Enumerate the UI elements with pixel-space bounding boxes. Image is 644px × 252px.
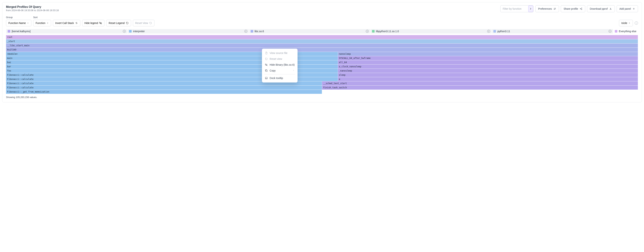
flame-graph: root_start__libc_start_main0x27249<modul…	[6, 35, 638, 94]
legend-label: python3.11	[498, 30, 607, 33]
plus-icon	[632, 7, 635, 10]
footer-text: Showing 105,263,156 values.	[6, 96, 638, 98]
legend-label: libc.so.6	[255, 30, 364, 33]
legend-row: [kernel.kallsyms]✕interpreter✕libc.so.6✕…	[6, 29, 638, 34]
legend-swatch	[372, 30, 374, 33]
close-icon[interactable]: ✕	[244, 30, 247, 33]
controls-left: Group Function Name Sort Function Invert…	[6, 16, 154, 26]
profile-panel: Merged Profiles Of Query from 2024-06-06…	[2, 2, 642, 102]
menu-view-source[interactable]: View source file	[262, 50, 298, 56]
flame-cell[interactable]: sleep	[338, 73, 638, 77]
title-block: Merged Profiles Of Query from 2024-06-06…	[6, 5, 59, 12]
menu-divider	[264, 74, 295, 74]
page-subtitle: from 2024-06-06 19:33:06 to 2024-06-06 1…	[6, 9, 59, 12]
eye-off-icon	[265, 63, 268, 66]
dock-icon	[265, 77, 268, 80]
flame-row: root	[6, 35, 638, 39]
sort-select[interactable]: Function	[33, 20, 51, 26]
view-type-select[interactable]: Icicle	[619, 20, 633, 26]
invert-call-stack-button[interactable]: Invert Call Stack	[53, 20, 80, 26]
swap-icon	[75, 22, 78, 25]
legend-item[interactable]: libpython3.11.so.1.0✕	[370, 29, 492, 34]
toolbar-right: Preferences Share profile Download pprof…	[500, 5, 638, 12]
close-icon[interactable]: ✕	[608, 30, 612, 33]
menu-copy[interactable]: Copy	[262, 68, 298, 73]
flame-row: bars_clock_nanosleep	[6, 65, 638, 69]
page-title: Merged Profiles Of Query	[6, 5, 59, 9]
close-icon[interactable]: ✕	[366, 30, 369, 33]
sort-label: Sort	[33, 16, 51, 19]
flame-row: Fibonacci::calculatee	[6, 77, 638, 81]
file-icon	[265, 52, 268, 55]
flame-cell[interactable]: Fibonacci::calculate	[6, 86, 322, 90]
flame-cell[interactable]: __libc_start_main	[6, 44, 638, 48]
menu-hide-binary[interactable]: Hide Binary (libc.so.6)	[262, 62, 298, 68]
legend-swatch	[251, 30, 253, 33]
reset-legend-button[interactable]: Reset Legend	[106, 20, 131, 26]
chevron-down-icon	[27, 22, 29, 24]
controls-row: Group Function Name Sort Function Invert…	[6, 16, 638, 26]
chevron-updown-icon	[628, 22, 630, 24]
legend-swatch	[129, 30, 132, 33]
flame-cell[interactable]: 0x27249	[6, 48, 638, 52]
flame-cell[interactable]: _start	[6, 39, 638, 43]
hide-legend-button[interactable]: Hide legend	[82, 20, 104, 26]
svg-point-2	[580, 9, 581, 9]
reset-view-button[interactable]: Reset View	[133, 20, 154, 26]
legend-label: interpreter	[133, 30, 243, 33]
download-pprof-button[interactable]: Download pprof	[587, 5, 615, 12]
legend-item[interactable]: python3.11✕	[492, 29, 613, 34]
info-button[interactable]: i	[635, 21, 638, 25]
filter-expand-button[interactable]	[528, 6, 533, 12]
flame-cell[interactable]: e	[338, 77, 638, 81]
group-select[interactable]: Function Name	[6, 20, 32, 26]
svg-point-1	[554, 9, 554, 10]
svg-rect-6	[266, 77, 268, 79]
flame-row: 0x27249	[6, 48, 638, 52]
flame-cell[interactable]: __sched_text_start	[322, 81, 638, 85]
legend-item[interactable]: [kernel.kallsyms]✕	[6, 29, 127, 34]
legend-swatch	[494, 30, 496, 33]
flame-row: Fibonacci::calculatesleep	[6, 73, 638, 77]
flame-cell[interactable]: finish_task_switch	[322, 86, 638, 90]
legend-label: Everything else	[619, 30, 636, 33]
group-label: Group	[6, 16, 32, 19]
legend-label: [kernel.kallsyms]	[12, 30, 122, 33]
flame-cell[interactable]: nanosleep	[338, 52, 638, 56]
legend-item[interactable]: libc.so.6✕	[249, 29, 370, 34]
context-menu: View source file Reset view Hide Binary …	[262, 49, 298, 82]
close-icon[interactable]: ✕	[487, 30, 490, 33]
share-profile-button[interactable]: Share profile	[561, 5, 585, 12]
flame-row: Fibonacci::calculatefinish_task_switch	[6, 86, 638, 90]
chevron-updown-icon	[46, 22, 49, 24]
info-icon: i	[636, 22, 636, 24]
flame-cell[interactable]: s_clock_nanosleep	[338, 65, 638, 69]
svg-point-0	[555, 8, 556, 9]
flame-row: <module>nanosleep	[6, 52, 638, 56]
flame-row: Fibonacci::calculate__sched_text_start	[6, 81, 638, 86]
group-control: Group Function Name	[6, 16, 32, 26]
chevron-right-icon	[292, 69, 294, 72]
eye-off-icon	[99, 22, 102, 25]
add-panel-button[interactable]: Add panel	[616, 5, 638, 12]
flame-row: __libc_start_main	[6, 44, 638, 48]
refresh-icon	[149, 22, 152, 25]
menu-dock-tooltip[interactable]: Dock tooltip	[262, 75, 298, 81]
flame-cell[interactable]: root	[6, 35, 638, 39]
flame-cell[interactable]: all_64	[338, 60, 638, 64]
flame-cell[interactable]: SYSCALL_64_after_hwframe	[338, 56, 638, 60]
header-row: Merged Profiles Of Query from 2024-06-06…	[6, 5, 638, 12]
sliders-icon	[553, 7, 556, 10]
close-icon[interactable]: ✕	[123, 30, 126, 33]
preferences-button[interactable]: Preferences	[536, 5, 559, 12]
flame-cell[interactable]: Fibonacci::_get_from_memoization	[6, 90, 322, 94]
flame-row: foo_nanosleep	[6, 69, 638, 73]
flame-row: _start	[6, 39, 638, 44]
menu-reset-view[interactable]: Reset view	[262, 56, 298, 62]
flame-cell[interactable]: _nanosleep	[338, 69, 638, 73]
filter-input[interactable]	[500, 6, 528, 12]
legend-item[interactable]: interpreter✕	[128, 29, 248, 34]
controls-right: Icicle i	[619, 20, 638, 26]
refresh-icon	[265, 57, 268, 60]
legend-item[interactable]: Everything else	[613, 29, 638, 34]
